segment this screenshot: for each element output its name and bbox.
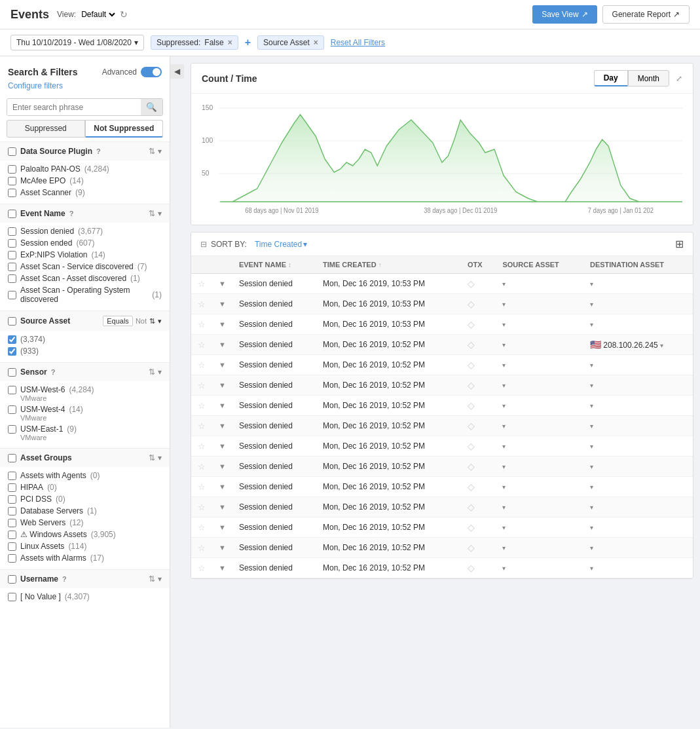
search-input[interactable]	[7, 100, 141, 115]
star-icon[interactable]: ☆	[198, 543, 206, 553]
source-asset-dropdown[interactable]: ▾	[502, 565, 506, 572]
search-button[interactable]: 🔍	[141, 99, 162, 115]
source-asset-dropdown[interactable]: ▾	[502, 422, 506, 430]
source-asset-dropdown[interactable]: ▾	[502, 483, 506, 491]
filter-row-icon[interactable]: ▼	[219, 320, 226, 328]
filter-row-icon[interactable]: ▼	[219, 300, 226, 308]
star-icon[interactable]: ☆	[198, 462, 206, 472]
list-item[interactable]: McAfee EPO(14)	[8, 175, 162, 187]
data-source-plugin-checkbox[interactable]	[8, 147, 16, 156]
filter-row-icon[interactable]: ▼	[219, 341, 226, 348]
time-created-column-header[interactable]: TIME CREATED ↑	[316, 256, 461, 274]
sort-icon[interactable]: ⇅	[149, 367, 155, 377]
add-filter-button[interactable]: +	[245, 37, 251, 48]
source-asset-dropdown[interactable]: ▾	[502, 463, 506, 470]
not-suppressed-tab[interactable]: Not Suppressed	[85, 120, 164, 138]
source-asset-checkbox[interactable]	[8, 317, 16, 326]
list-item[interactable]: Assets with Agents(0)	[8, 470, 162, 481]
filter-row-icon[interactable]: ▼	[219, 523, 226, 531]
day-button[interactable]: Day	[594, 70, 628, 86]
star-icon[interactable]: ☆	[198, 360, 206, 370]
save-view-button[interactable]: Save View ↗	[532, 5, 597, 24]
source-asset-dropdown[interactable]: ▾	[502, 524, 506, 531]
destination-asset-dropdown[interactable]: ▾	[590, 463, 593, 470]
filter-row-icon[interactable]: ▼	[219, 402, 226, 409]
list-item[interactable]: HIPAA(0)	[8, 481, 162, 493]
refresh-icon[interactable]: ↻	[120, 9, 128, 20]
source-asset-dropdown[interactable]: ▾	[502, 362, 506, 369]
otx-icon[interactable]: ◇	[468, 299, 475, 309]
source-asset-dropdown[interactable]: ▾	[502, 504, 506, 511]
chevron-down-icon[interactable]: ▾	[158, 453, 162, 462]
source-asset-remove-icon[interactable]: ×	[314, 38, 318, 47]
source-asset-dropdown[interactable]: ▾	[502, 301, 506, 308]
list-item[interactable]: USM-East-1(9) VMware	[8, 423, 162, 443]
suppressed-remove-icon[interactable]: ×	[228, 38, 232, 47]
source-asset-dropdown[interactable]: ▾	[502, 544, 506, 551]
event-name-column-header[interactable]: EVENT NAME ↕	[232, 256, 316, 274]
filter-row-icon[interactable]: ▼	[219, 361, 226, 369]
destination-asset-dropdown[interactable]: ▾	[590, 422, 593, 430]
star-icon[interactable]: ☆	[198, 563, 206, 573]
filter-row-icon[interactable]: ▼	[219, 483, 226, 491]
filter-row-icon[interactable]: ▼	[219, 381, 226, 389]
otx-icon[interactable]: ◇	[468, 542, 475, 553]
otx-icon[interactable]: ◇	[468, 421, 475, 431]
destination-asset-dropdown[interactable]: ▾	[590, 565, 593, 572]
list-item[interactable]: Session ended(607)	[8, 237, 162, 249]
destination-asset-dropdown[interactable]: ▾	[590, 443, 593, 450]
list-item[interactable]: Asset Scan - Service discovered(7)	[8, 261, 162, 272]
list-item[interactable]: USM-West-6(4,284) VMware	[8, 384, 162, 403]
sensor-header[interactable]: Sensor ? ⇅ ▾	[0, 363, 170, 381]
advanced-toggle-switch[interactable]	[141, 67, 162, 77]
filter-row-icon[interactable]: ▼	[219, 462, 226, 470]
list-item[interactable]: USM-West-4(14) VMware	[8, 403, 162, 423]
destination-asset-dropdown[interactable]: ▾	[590, 321, 593, 328]
destination-asset-dropdown[interactable]: ▾	[590, 280, 593, 288]
sidebar-collapse-button[interactable]: ◀	[170, 64, 184, 79]
suppressed-tab[interactable]: Suppressed	[7, 120, 85, 138]
filter-row-icon[interactable]: ▼	[219, 564, 226, 572]
list-item[interactable]: (3,374)	[8, 333, 162, 345]
asset-groups-checkbox[interactable]	[8, 454, 16, 462]
list-item[interactable]: ExP:NIPS Violation(14)	[8, 249, 162, 261]
source-asset-dropdown[interactable]: ▾	[502, 280, 506, 288]
event-name-header[interactable]: Event Name ? ⇅ ▾	[0, 204, 170, 223]
data-source-plugin-header[interactable]: Data Source Plugin ? ⇅ ▾	[0, 142, 170, 160]
sort-icon[interactable]: ⇅	[149, 209, 155, 218]
star-icon[interactable]: ☆	[198, 482, 206, 492]
chevron-down-icon[interactable]: ▾	[158, 147, 162, 156]
star-icon[interactable]: ☆	[198, 401, 206, 411]
sort-icon[interactable]: ⇅	[149, 317, 155, 326]
configure-filters-link[interactable]: Configure filters	[0, 80, 170, 96]
asset-groups-header[interactable]: Asset Groups ⇅ ▾	[0, 449, 170, 467]
list-item[interactable]: (933)	[8, 345, 162, 357]
otx-icon[interactable]: ◇	[468, 339, 475, 350]
sort-field[interactable]: Time Created ▾	[255, 240, 307, 249]
star-icon[interactable]: ☆	[198, 279, 206, 289]
view-dropdown[interactable]: Default	[79, 9, 117, 20]
star-icon[interactable]: ☆	[198, 523, 206, 533]
star-icon[interactable]: ☆	[198, 340, 206, 350]
source-asset-dropdown[interactable]: ▾	[502, 402, 506, 409]
list-item[interactable]: Asset Scan - Operating System discovered…	[8, 284, 162, 305]
list-item[interactable]: Session denied(3,677)	[8, 225, 162, 237]
star-icon[interactable]: ☆	[198, 441, 206, 451]
equals-button[interactable]: Equals	[103, 316, 133, 326]
sort-icon[interactable]: ⇅	[149, 453, 155, 462]
otx-icon[interactable]: ◇	[468, 461, 475, 472]
sort-icon[interactable]: ⇅	[149, 147, 155, 156]
sort-icon[interactable]: ⇅	[149, 574, 155, 584]
destination-asset-dropdown[interactable]: ▾	[590, 544, 593, 551]
generate-report-button[interactable]: Generate Report ↗	[602, 5, 690, 24]
list-item[interactable]: Assets with Alarms(17)	[8, 552, 162, 564]
destination-asset-dropdown[interactable]: ▾	[590, 301, 593, 308]
username-header[interactable]: Username ? ⇅ ▾	[0, 570, 170, 588]
destination-asset-dropdown[interactable]: ▾	[590, 483, 593, 491]
chevron-down-icon[interactable]: ▾	[158, 367, 162, 377]
list-item[interactable]: ⚠ Windows Assets(3,905)	[8, 529, 162, 540]
reset-all-filters-link[interactable]: Reset All Filters	[331, 38, 385, 47]
star-icon[interactable]: ☆	[198, 381, 206, 390]
destination-asset-dropdown[interactable]: ▾	[590, 504, 593, 511]
destination-asset-dropdown[interactable]: ▾	[590, 402, 593, 409]
